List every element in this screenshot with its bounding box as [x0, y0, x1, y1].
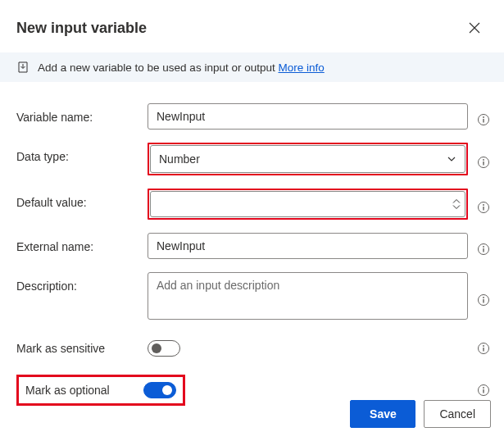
info-icon[interactable]	[476, 341, 491, 356]
svg-point-4	[483, 159, 484, 161]
svg-rect-17	[483, 348, 484, 352]
dialog-footer: Save Cancel	[350, 400, 491, 428]
default-value-highlight	[148, 189, 468, 220]
info-bar-message: Add a new variable to be used as input o…	[38, 61, 275, 74]
row-mark-sensitive: Mark as sensitive	[16, 340, 491, 357]
chevron-down-icon	[452, 205, 461, 210]
row-default-value: Default value:	[16, 189, 491, 220]
svg-rect-11	[483, 248, 484, 252]
svg-point-16	[483, 345, 484, 347]
data-type-select[interactable]: Number	[150, 145, 465, 173]
dialog-title: New input variable	[16, 20, 147, 37]
import-icon	[16, 61, 30, 74]
data-type-highlight: Number	[148, 143, 468, 175]
info-icon[interactable]	[476, 112, 491, 127]
external-name-label: External name:	[16, 233, 148, 253]
info-icon[interactable]	[476, 383, 491, 398]
chevron-down-icon	[447, 154, 456, 164]
chevron-up-icon	[452, 199, 461, 204]
svg-rect-5	[483, 161, 484, 166]
info-bar-text: Add a new variable to be used as input o…	[38, 61, 325, 74]
info-bar: Add a new variable to be used as input o…	[0, 52, 504, 82]
row-variable-name: Variable name:	[16, 103, 491, 130]
more-info-link[interactable]: More info	[278, 61, 324, 74]
default-value-label: Default value:	[16, 189, 148, 209]
row-external-name: External name:	[16, 233, 491, 259]
description-label: Description:	[16, 272, 148, 293]
row-data-type: Data type: Number	[16, 143, 491, 175]
close-icon	[469, 22, 480, 34]
data-type-value: Number	[159, 152, 200, 166]
cancel-button[interactable]: Cancel	[424, 400, 491, 428]
new-input-variable-dialog: New input variable Add a new variable to…	[0, 0, 504, 406]
variable-name-input[interactable]	[148, 103, 468, 130]
mark-sensitive-label: Mark as sensitive	[16, 342, 148, 355]
info-icon[interactable]	[476, 200, 491, 215]
data-type-label: Data type:	[16, 143, 148, 163]
svg-point-19	[483, 387, 484, 389]
close-button[interactable]	[461, 15, 488, 41]
svg-point-1	[483, 116, 484, 118]
description-textarea[interactable]	[148, 272, 468, 320]
variable-name-label: Variable name:	[16, 103, 148, 124]
mark-optional-highlight: Mark as optional	[16, 375, 185, 406]
svg-rect-20	[483, 389, 484, 393]
dialog-header: New input variable	[0, 0, 504, 52]
default-value-input[interactable]	[150, 191, 465, 217]
svg-rect-14	[483, 299, 484, 303]
svg-point-7	[483, 204, 484, 206]
external-name-input[interactable]	[148, 233, 468, 259]
mark-optional-label: Mark as optional	[25, 384, 132, 397]
info-icon[interactable]	[476, 155, 491, 170]
row-description: Description:	[16, 272, 491, 322]
svg-point-13	[483, 297, 484, 298]
save-button[interactable]: Save	[350, 400, 415, 428]
number-stepper[interactable]	[452, 199, 461, 210]
form: Variable name: Data type: Number	[0, 82, 504, 406]
info-icon[interactable]	[476, 242, 491, 257]
info-icon[interactable]	[476, 293, 491, 307]
svg-rect-2	[483, 119, 484, 123]
svg-point-10	[483, 246, 484, 248]
svg-rect-8	[483, 207, 484, 211]
mark-optional-toggle[interactable]	[143, 382, 176, 398]
mark-sensitive-toggle[interactable]	[148, 340, 180, 357]
